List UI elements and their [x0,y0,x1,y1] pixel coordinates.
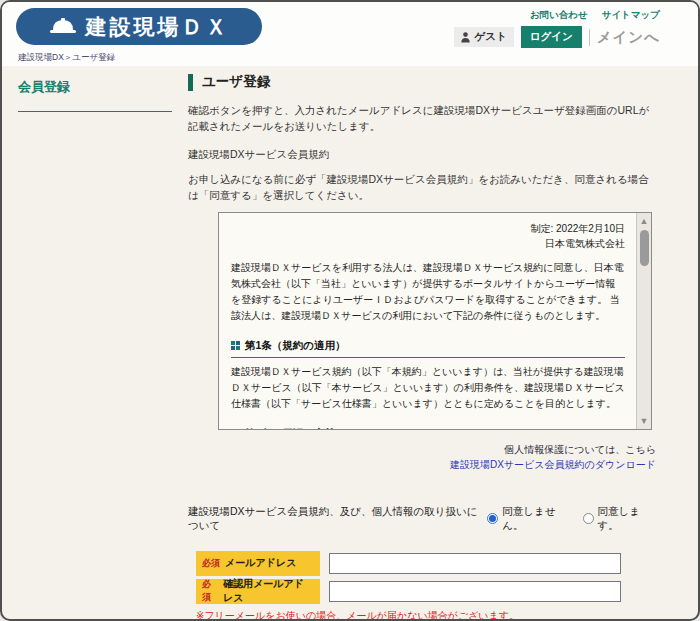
contact-link[interactable]: お問い合わせ [530,9,588,22]
radio-agree-label[interactable]: 同意します。 [598,505,656,533]
scroll-up-icon[interactable]: ▲ [637,216,651,226]
email-confirm-row: 必須 確認用メールアドレス [196,579,656,604]
aux-links: 個人情報保護については、こちら 建設現場DXサービス会員規約のダウンロード [188,442,656,473]
email-confirm-label: 必須 確認用メールアドレス [196,579,320,604]
terms-preamble: 建設現場ＤＸサービスを利用する法人は、建設現場ＤＸサービス規約に同意し、日本電気… [231,260,625,324]
scrollbar-thumb[interactable] [640,230,649,266]
utility-links: お問い合わせ サイトマップ [530,9,660,22]
breadcrumb[interactable]: 建設現場DX＞ユーザ登録 [18,52,115,64]
scroll-down-icon[interactable]: ▼ [637,416,651,426]
terms-established-date: 制定: 2022年2月10日 [231,221,625,236]
sidebar: 会員登録 [2,66,188,621]
site-logo[interactable]: 建設現場ＤＸ [16,8,262,45]
required-badge: 必須 [202,557,220,570]
terms-instruction: お申し込みになる前に必ず「建設現場DXサービス会員規約」をお読みいただき、同意さ… [188,172,656,204]
radio-disagree-label[interactable]: 同意しません。 [502,505,570,533]
guest-badge: ゲスト [454,27,513,47]
sitemap-link[interactable]: サイトマップ [602,9,660,22]
terms-download-link[interactable]: 建設現場DXサービス会員規約のダウンロード [450,459,656,470]
radio-disagree[interactable] [487,513,498,524]
divider [589,29,590,46]
email-form: 必須 メールアドレス 必須 確認用メールアドレス ※フリーメールをお使いの場合、… [196,551,656,621]
required-badge: 必須 [202,578,218,604]
email-input[interactable] [329,553,621,574]
email-confirm-input[interactable] [329,581,621,602]
section-grid-icon [231,341,240,350]
article-1-heading: 第1条（規約の適用） [231,337,625,358]
email-label: 必須 メールアドレス [196,551,320,576]
privacy-link[interactable]: 個人情報保護については、こちら [504,444,656,455]
radio-agree[interactable] [583,513,594,524]
terms-scrollbox[interactable]: 制定: 2022年2月10日 日本電気株式会社 建設現場ＤＸサービスを利用する法… [218,212,652,430]
article-2-heading: 第2条（用語の定義） [231,425,625,430]
article-1-body: 建設現場ＤＸサービス規約（以下「本規約」といいます）は、当社が提供する建設現場Ｄ… [231,364,625,412]
terms-company-name: 日本電気株式会社 [231,236,625,251]
agreement-prompt: 建設現場DXサービス会員規約、及び、個人情報の取り扱いについて [188,505,483,533]
site-logo-text: 建設現場ＤＸ [86,13,230,41]
sidebar-title: 会員登録 [18,78,172,112]
login-button[interactable]: ログイン [521,26,582,48]
agreement-row: 建設現場DXサービス会員規約、及び、個人情報の取り扱いについて 同意しません。 … [188,505,656,533]
terms-scrollbar[interactable]: ▲ ▼ [636,213,651,429]
terms-content: 制定: 2022年2月10日 日本電気株式会社 建設現場ＤＸサービスを利用する法… [219,213,651,430]
terms-meta: 制定: 2022年2月10日 日本電気株式会社 [231,221,625,251]
page-card: 建設現場ＤＸ お問い合わせ サイトマップ ゲスト ログイン メインへ 建設現場D… [0,0,700,621]
header: 建設現場ＤＸ お問い合わせ サイトマップ ゲスト ログイン メインへ 建設現場D… [2,2,698,66]
email-row: 必須 メールアドレス [196,551,656,576]
terms-title: 建設現場DXサービス会員規約 [188,148,656,162]
section-grid-icon [231,429,240,430]
page-body: 会員登録 ユーザ登録 確認ボタンを押すと、入力されたメールアドレスに建設現場DX… [2,66,698,621]
freemail-note: ※フリーメールをお使いの場合、メールが届かない場合がございます。 [196,609,656,621]
guest-label: ゲスト [474,30,506,44]
intro-text: 確認ボタンを押すと、入力されたメールアドレスに建設現場DXサービスユーザ登録画面… [188,103,656,135]
page-title: ユーザ登録 [188,74,656,91]
hardhat-icon [49,17,77,36]
account-bar: ゲスト ログイン メインへ [454,26,660,48]
user-icon [461,32,470,43]
main-link[interactable]: メインへ [597,28,660,47]
main-content: ユーザ登録 確認ボタンを押すと、入力されたメールアドレスに建設現場DXサービスユ… [188,66,656,621]
